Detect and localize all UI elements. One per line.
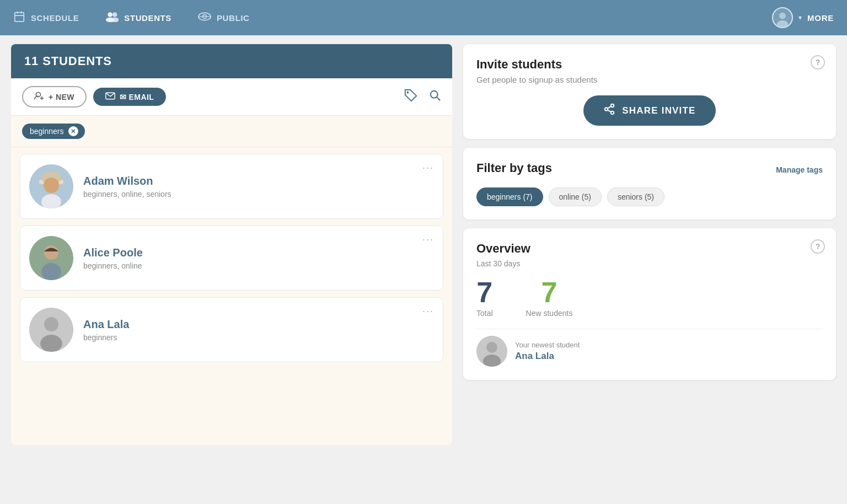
tag-chips: beginners (7) online (5) seniors (5) (476, 187, 823, 206)
share-invite-label: SHARE INVITE (622, 105, 695, 116)
student-card-alice[interactable]: Alice Poole beginners, online ··· (20, 226, 443, 291)
tag-chip-online[interactable]: online (5) (549, 187, 602, 206)
svg-point-4 (108, 12, 113, 17)
student-more-ana[interactable]: ··· (422, 305, 434, 317)
student-more-alice[interactable]: ··· (422, 234, 434, 245)
panel-toolbar: + NEW ✉ EMAIL (11, 78, 452, 116)
nav-students-label: STUDENTS (124, 13, 171, 23)
student-tags-alice: beginners, online (83, 261, 434, 270)
svg-point-24 (44, 178, 59, 193)
overview-period: Last 30 days (476, 259, 823, 268)
add-student-icon (34, 92, 44, 102)
stat-new-number: 7 (526, 278, 573, 307)
schedule-icon (13, 10, 25, 25)
avatar-ana-lala (29, 308, 73, 352)
email-icon (105, 92, 115, 101)
stat-new-label: New students (526, 309, 573, 318)
overview-title: Overview (476, 242, 823, 256)
left-panel: 11 STUDENTS + NEW (11, 44, 452, 445)
email-button-label: ✉ EMAIL (120, 93, 154, 101)
nav-public[interactable]: PUBLIC (198, 12, 249, 24)
invite-widget: ? Invite students Get people to signup a… (463, 44, 836, 139)
invite-title: Invite students (476, 57, 823, 72)
chevron-down-icon: ▾ (798, 14, 802, 22)
student-name-adam: Adam Wilson (83, 175, 434, 187)
svg-line-35 (608, 110, 611, 112)
manage-tags-link[interactable]: Manage tags (776, 165, 823, 174)
new-button-label: + NEW (49, 93, 74, 101)
share-icon (603, 103, 615, 118)
student-name-alice: Alice Poole (83, 246, 434, 259)
student-card-adam[interactable]: Adam Wilson beginners, online, seniors ·… (20, 154, 443, 219)
top-nav: SCHEDULE STUDENTS PUBLIC (0, 0, 847, 35)
svg-point-18 (407, 91, 409, 93)
students-count-header: 11 STUDENTS (11, 44, 452, 78)
svg-point-27 (44, 245, 58, 260)
overview-widget: ? Overview Last 30 days 7 Total 7 New st… (463, 228, 836, 380)
active-tag-chip[interactable]: beginners ✕ (22, 124, 85, 139)
newest-avatar (476, 336, 507, 367)
more-label[interactable]: MORE (807, 13, 834, 23)
active-tag-label: beginners (30, 127, 64, 136)
newest-label: Your newest student (515, 341, 580, 349)
svg-point-32 (611, 104, 614, 108)
overview-help-icon[interactable]: ? (811, 239, 825, 254)
student-info-adam: Adam Wilson beginners, online, seniors (83, 175, 434, 199)
overview-divider (476, 329, 823, 329)
avatar-alice-poole (29, 236, 73, 280)
svg-point-31 (40, 335, 62, 352)
avatar-adam-wilson (29, 164, 73, 208)
overview-stats: 7 Total 7 New students (476, 278, 823, 318)
tag-icon[interactable] (404, 88, 418, 106)
filter-tags-widget: Filter by tags Manage tags beginners (7)… (463, 148, 836, 219)
svg-point-30 (44, 317, 58, 331)
svg-point-5 (112, 12, 117, 17)
svg-point-19 (431, 90, 438, 98)
svg-line-36 (608, 106, 611, 109)
nav-schedule-label: SCHEDULE (31, 13, 79, 23)
tag-chip-seniors[interactable]: seniors (5) (607, 187, 664, 206)
invite-help-icon[interactable]: ? (811, 55, 825, 69)
search-icon[interactable] (429, 89, 441, 105)
right-panel: ? Invite students Get people to signup a… (463, 44, 836, 380)
nav-students[interactable]: STUDENTS (105, 10, 171, 25)
svg-point-38 (486, 342, 497, 353)
stat-total-number: 7 (476, 278, 493, 307)
invite-subtitle: Get people to signup as students (476, 75, 823, 84)
newest-name: Ana Lala (515, 351, 580, 362)
student-list: Adam Wilson beginners, online, seniors ·… (11, 147, 452, 445)
student-tags-adam: beginners, online, seniors (83, 190, 434, 199)
share-invite-button[interactable]: SHARE INVITE (583, 95, 715, 126)
svg-point-33 (605, 108, 608, 111)
remove-tag-button[interactable]: ✕ (68, 126, 78, 136)
students-icon (105, 10, 119, 25)
svg-rect-0 (15, 12, 24, 21)
public-icon (198, 12, 211, 24)
nav-right: ▾ MORE (772, 7, 834, 28)
filter-tags-title: Filter by tags (476, 161, 552, 175)
nav-public-label: PUBLIC (217, 13, 249, 23)
stat-total: 7 Total (476, 278, 493, 318)
student-tags-ana: beginners (83, 333, 434, 342)
student-info-alice: Alice Poole beginners, online (83, 246, 434, 270)
toolbar-icons (404, 88, 441, 106)
svg-line-20 (437, 97, 440, 100)
new-student-button[interactable]: + NEW (22, 86, 87, 108)
filter-tags-header: Filter by tags Manage tags (476, 161, 823, 179)
student-card-ana[interactable]: Ana Lala beginners ··· (20, 297, 443, 362)
nav-schedule[interactable]: SCHEDULE (13, 10, 79, 25)
stat-total-label: Total (476, 309, 493, 318)
student-more-adam[interactable]: ··· (422, 162, 434, 174)
student-name-ana: Ana Lala (83, 318, 434, 331)
email-button[interactable]: ✉ EMAIL (93, 88, 166, 106)
svg-point-28 (41, 263, 61, 280)
newest-student: Your newest student Ana Lala (476, 336, 823, 367)
main-layout: 11 STUDENTS + NEW (0, 35, 847, 454)
student-info-ana: Ana Lala beginners (83, 318, 434, 342)
svg-point-12 (779, 13, 786, 19)
svg-point-34 (611, 111, 614, 115)
stat-new-students: 7 New students (526, 278, 573, 318)
newest-info: Your newest student Ana Lala (515, 341, 580, 362)
user-avatar[interactable] (772, 7, 793, 28)
tag-chip-beginners[interactable]: beginners (7) (476, 187, 543, 206)
